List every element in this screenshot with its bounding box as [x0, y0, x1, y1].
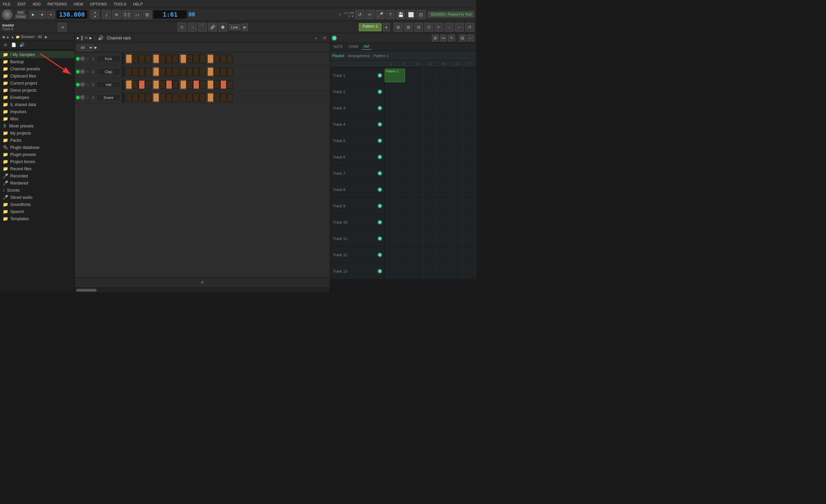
- drum-pad[interactable]: [180, 93, 186, 102]
- add-channel-button[interactable]: +: [75, 277, 330, 288]
- quantize-icon[interactable]: 3:2: [122, 10, 131, 19]
- browser-item[interactable]: 🎤 Recorded: [0, 172, 74, 179]
- drum-name[interactable]: Clap: [97, 69, 120, 75]
- drum-pad[interactable]: [126, 67, 132, 76]
- drum-led[interactable]: [76, 83, 80, 86]
- drum-minus-btn[interactable]: −: [86, 57, 90, 61]
- drum-pad[interactable]: [207, 54, 214, 63]
- drum-pad[interactable]: [187, 93, 193, 102]
- browser-item[interactable]: 📁 IL shared data: [0, 101, 74, 108]
- drum-led[interactable]: [76, 70, 80, 73]
- mix-icon[interactable]: ⊞: [143, 10, 152, 19]
- menu-patterns[interactable]: PATTERNS: [46, 1, 68, 7]
- track-grid[interactable]: [385, 181, 476, 197]
- browser-item[interactable]: 📁 Speech: [0, 208, 74, 215]
- drum-minus-btn[interactable]: −: [86, 83, 90, 87]
- browser-item[interactable]: 📁 Clipboard files: [0, 72, 74, 80]
- cr-play-btn[interactable]: ▶: [77, 36, 80, 40]
- track-grid[interactable]: [385, 165, 476, 181]
- drum-pad[interactable]: [193, 67, 199, 76]
- drum-pad[interactable]: [214, 54, 220, 63]
- drum-pad[interactable]: [227, 67, 233, 76]
- drum-name[interactable]: Hat: [97, 82, 120, 88]
- drum-volume-knob[interactable]: [80, 82, 85, 87]
- drum-pad[interactable]: [145, 67, 151, 76]
- track-grid[interactable]: [385, 100, 476, 116]
- drum-pad[interactable]: [145, 80, 151, 89]
- drum-pad[interactable]: [172, 80, 179, 89]
- layout-icon[interactable]: ⊟: [417, 10, 425, 19]
- browser-item[interactable]: 📁 Current project: [0, 80, 74, 87]
- browser-item[interactable]: 📁 Backup: [0, 58, 74, 65]
- drum-pad[interactable]: [153, 93, 159, 102]
- browser-expand-icon[interactable]: ▶: [45, 35, 48, 39]
- browser-item[interactable]: 📁 Recent files: [0, 165, 74, 172]
- drum-pad[interactable]: [207, 80, 214, 89]
- mic-icon[interactable]: 🎤: [376, 10, 385, 19]
- cr-all-expand[interactable]: ▶: [89, 36, 92, 40]
- pattern-merge-icon[interactable]: ⊠: [404, 23, 413, 32]
- drum-pad[interactable]: [172, 54, 179, 63]
- drum-pad[interactable]: [132, 80, 138, 89]
- drum-pad[interactable]: [207, 93, 214, 102]
- drum-pad[interactable]: [214, 80, 220, 89]
- drum-pad[interactable]: [193, 80, 199, 89]
- menu-file[interactable]: FILE: [1, 1, 12, 7]
- browser-item[interactable]: 📁 Packs: [0, 137, 74, 144]
- arrow-right-icon[interactable]: →: [188, 23, 197, 32]
- browser-item[interactable]: 📁 Templates: [0, 215, 74, 222]
- track-grid[interactable]: [385, 230, 476, 246]
- cr-settings-icon[interactable]: ⊟: [321, 35, 328, 41]
- drum-pad[interactable]: [193, 54, 199, 63]
- browser-nav-up[interactable]: ▲: [6, 35, 10, 39]
- ph-pencil-icon[interactable]: ✎: [448, 35, 455, 41]
- drum-pad[interactable]: [145, 54, 151, 63]
- drum-pad[interactable]: [166, 54, 172, 63]
- browser-item[interactable]: 📁 Plugin presets: [0, 151, 74, 158]
- line-mode-select[interactable]: Line: [229, 24, 240, 30]
- browser-item[interactable]: 📁 Demo projects: [0, 87, 74, 94]
- menu-options[interactable]: OPTIONS: [89, 1, 108, 7]
- pat-label[interactable]: PAT: [17, 11, 25, 15]
- pattern-tool1[interactable]: ⊟: [414, 23, 423, 32]
- browser-nav-back[interactable]: ◀: [2, 35, 5, 39]
- save-icon[interactable]: 💾: [396, 10, 405, 19]
- drum-pad[interactable]: [227, 93, 233, 102]
- browser-item[interactable]: 📁 Soundfonts: [0, 201, 74, 208]
- drum-pad[interactable]: [187, 67, 193, 76]
- drum-pad[interactable]: [132, 54, 138, 63]
- drum-pad[interactable]: [132, 93, 138, 102]
- bpm-up[interactable]: ▲: [90, 10, 99, 14]
- pattern-tool3[interactable]: ⊢: [435, 23, 443, 32]
- drum-pad[interactable]: [153, 67, 159, 76]
- pattern-grid-icon[interactable]: ⊞: [394, 23, 403, 32]
- cr-scrollbar[interactable]: [75, 288, 330, 292]
- drum-pad[interactable]: [132, 67, 138, 76]
- bpm-display[interactable]: 130.000: [56, 10, 88, 19]
- help-icon[interactable]: ?: [386, 10, 395, 19]
- ph-arrows-icon[interactable]: ⇔: [440, 35, 447, 41]
- pattern-tool4[interactable]: ↓: [445, 23, 454, 32]
- browser-speaker-btn[interactable]: 🔊: [18, 41, 25, 48]
- drum-pad[interactable]: [227, 80, 233, 89]
- screen-icon[interactable]: ⬜: [406, 10, 415, 19]
- drum-pad[interactable]: [172, 67, 179, 76]
- drum-pad[interactable]: [180, 54, 186, 63]
- browser-nav-home[interactable]: ▲: [11, 35, 14, 39]
- drum-volume-knob[interactable]: [80, 56, 85, 61]
- drum-pad[interactable]: [126, 80, 132, 89]
- drum-pad[interactable]: [159, 54, 166, 63]
- drum-pad[interactable]: [166, 93, 172, 102]
- drum-pad[interactable]: [187, 80, 193, 89]
- drum-pad[interactable]: [126, 93, 132, 102]
- drum-pad[interactable]: [180, 67, 186, 76]
- track-grid[interactable]: [385, 133, 476, 149]
- browser-item[interactable]: 📁 Channel presets: [0, 65, 74, 72]
- track-grid[interactable]: [385, 247, 476, 263]
- drum-pad[interactable]: [227, 54, 233, 63]
- tab-note[interactable]: NOTE: [332, 44, 345, 49]
- drum-pad[interactable]: [159, 80, 166, 89]
- menu-add[interactable]: ADD: [31, 1, 42, 7]
- ph-grid2-icon[interactable]: ⊞: [459, 35, 466, 41]
- scissors-icon[interactable]: ✂: [366, 10, 374, 19]
